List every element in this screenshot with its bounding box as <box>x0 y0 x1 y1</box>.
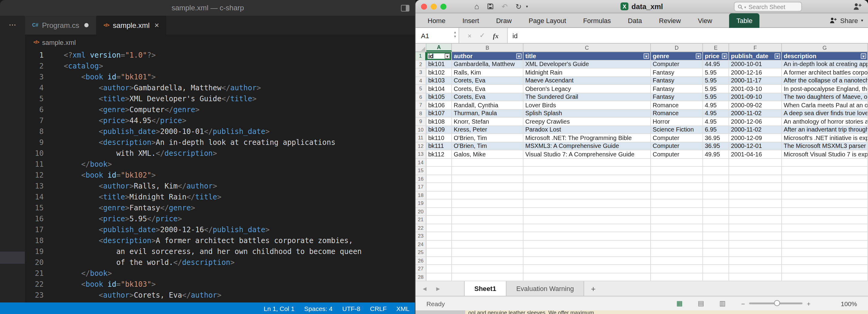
cell-E17[interactable] <box>703 183 729 191</box>
cell-A23[interactable] <box>426 232 452 240</box>
cell-A27[interactable] <box>426 265 452 273</box>
cell-E11[interactable]: 36.95 <box>703 134 729 142</box>
insert-function-icon[interactable]: fx <box>493 32 498 39</box>
cell-F15[interactable] <box>729 167 782 175</box>
code-text[interactable]: <genre>Computer</genre> <box>44 104 199 115</box>
ribbon-tab-formulas[interactable]: Formulas <box>583 13 611 28</box>
zoom-slider-knob[interactable] <box>774 300 780 306</box>
cell-B17[interactable] <box>452 183 524 191</box>
cell-E6[interactable]: 5.95 <box>703 93 729 101</box>
statusbar-item[interactable]: XML <box>396 305 409 312</box>
column-header-D[interactable]: D <box>651 44 703 52</box>
code-text[interactable]: <price>44.95</price> <box>44 115 187 126</box>
row-header-25[interactable]: 25 <box>415 249 426 257</box>
code-text[interactable]: <publish_date>2000-12-16</publish_date> <box>44 224 270 235</box>
cell-E5[interactable]: 5.95 <box>703 85 729 93</box>
cell-D7[interactable]: Romance <box>651 101 703 109</box>
cell-F11[interactable]: 2000-12-09 <box>729 134 782 142</box>
cell-G25[interactable] <box>782 249 868 257</box>
column-header-B[interactable]: B <box>452 44 524 52</box>
cell-G20[interactable] <box>782 208 868 216</box>
cell-G7[interactable]: When Carla meets Paul at an ornithology … <box>782 101 868 109</box>
cell-A7[interactable]: bk106 <box>426 101 452 109</box>
add-sheet-button[interactable]: + <box>584 281 602 296</box>
cell-E16[interactable] <box>703 175 729 183</box>
cell-G19[interactable] <box>782 199 868 208</box>
cell-C14[interactable] <box>524 158 651 167</box>
cell-F13[interactable]: 2001-04-16 <box>729 150 782 158</box>
search-input[interactable]: ▾ Search Sheet <box>734 2 802 11</box>
filter-dropdown-icon[interactable]: ▾ <box>722 53 727 59</box>
row-header-10[interactable]: 10 <box>415 126 426 134</box>
filter-dropdown-icon[interactable]: ▾ <box>861 53 866 59</box>
cell-G17[interactable] <box>782 183 868 191</box>
cell-C16[interactable] <box>524 175 651 183</box>
ribbon-tab-home[interactable]: Home <box>428 13 445 28</box>
cell-E13[interactable]: 49.95 <box>703 150 729 158</box>
row-header-6[interactable]: 6 <box>415 93 426 101</box>
code-text[interactable]: <book id="bk102"> <box>44 170 156 181</box>
cell-A3[interactable]: bk102 <box>426 68 452 77</box>
cell-C6[interactable]: The Sundered Grail <box>524 93 651 101</box>
cell-D6[interactable]: Fantasy <box>651 93 703 101</box>
row-header-28[interactable]: 28 <box>415 273 426 281</box>
cell-C13[interactable]: Visual Studio 7: A Comprehensive Guide <box>524 150 651 158</box>
cell-D3[interactable]: Fantasy <box>651 68 703 77</box>
column-header-A[interactable]: A <box>426 44 452 52</box>
row-header-9[interactable]: 9 <box>415 118 426 126</box>
cell-G23[interactable] <box>782 232 868 240</box>
cell-D15[interactable] <box>651 167 703 175</box>
cell-F16[interactable] <box>729 175 782 183</box>
cell-F28[interactable] <box>729 273 782 281</box>
row-header-21[interactable]: 21 <box>415 216 426 224</box>
cell-A25[interactable] <box>426 249 452 257</box>
filter-dropdown-icon[interactable]: ▾ <box>696 53 701 59</box>
cell-B3[interactable]: Ralls, Kim <box>452 68 524 77</box>
cell-B28[interactable] <box>452 273 524 281</box>
code-text[interactable]: <author>Corets, Eva</author> <box>44 290 221 301</box>
cell-C8[interactable]: Splish Splash <box>524 109 651 118</box>
ribbon-tab-page-layout[interactable]: Page Layout <box>529 13 566 28</box>
cell-A12[interactable]: bk111 <box>426 142 452 150</box>
prev-sheet-icon[interactable]: ◀ <box>423 286 426 291</box>
cell-E24[interactable] <box>703 240 729 249</box>
cell-E15[interactable] <box>703 167 729 175</box>
editor-tab-program-cs[interactable]: C#Program.cs <box>25 16 96 35</box>
cell-A18[interactable] <box>426 191 452 199</box>
cell-B25[interactable] <box>452 249 524 257</box>
row-header-2[interactable]: 2 <box>415 60 426 68</box>
cell-C25[interactable] <box>524 249 651 257</box>
cell-E8[interactable]: 4.95 <box>703 109 729 118</box>
code-editor[interactable]: 1<?xml version="1.0"?>2<catalog>3 <book … <box>25 50 415 303</box>
cell-E22[interactable] <box>703 224 729 232</box>
name-box[interactable]: A1 ▲▼ <box>415 28 459 43</box>
select-all-corner[interactable] <box>415 44 426 52</box>
cell-G26[interactable] <box>782 257 868 265</box>
row-header-15[interactable]: 15 <box>415 167 426 175</box>
cell-E1[interactable]: price▾ <box>703 52 729 60</box>
cell-E21[interactable] <box>703 216 729 224</box>
row-header-3[interactable]: 3 <box>415 68 426 77</box>
row-header-18[interactable]: 18 <box>415 191 426 199</box>
row-header-8[interactable]: 8 <box>415 109 426 118</box>
cell-C27[interactable] <box>524 265 651 273</box>
cell-B13[interactable]: Galos, Mike <box>452 150 524 158</box>
cell-F10[interactable]: 2000-11-02 <box>729 126 782 134</box>
cancel-icon[interactable]: × <box>468 32 472 39</box>
cell-B10[interactable]: Kress, Peter <box>452 126 524 134</box>
code-text[interactable]: <title>Midnight Rain</title> <box>44 192 221 202</box>
cell-D16[interactable] <box>651 175 703 183</box>
zoom-out-icon[interactable]: − <box>741 300 745 307</box>
toolbar-chevron-icon[interactable]: ▾ <box>526 4 528 9</box>
cell-D19[interactable] <box>651 199 703 208</box>
cell-D10[interactable]: Science Fiction <box>651 126 703 134</box>
filter-dropdown-icon[interactable]: ▾ <box>775 53 780 59</box>
cell-B11[interactable]: O'Brien, Tim <box>452 134 524 142</box>
cell-G22[interactable] <box>782 224 868 232</box>
undo-icon[interactable]: ↶ <box>502 3 508 10</box>
formula-input[interactable]: id <box>507 28 868 43</box>
cell-F22[interactable] <box>729 224 782 232</box>
cell-C19[interactable] <box>524 199 651 208</box>
cell-G10[interactable]: After an inadvertant trip through a Time… <box>782 126 868 134</box>
row-header-14[interactable]: 14 <box>415 158 426 167</box>
